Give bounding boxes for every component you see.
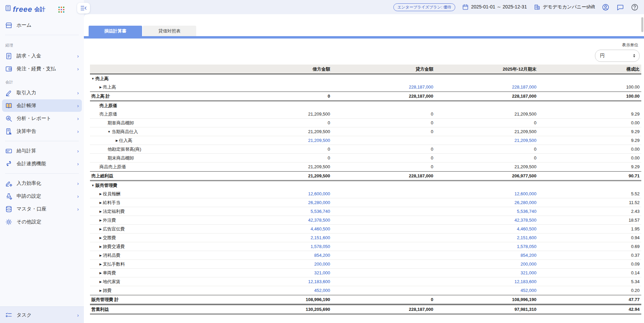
book-icon <box>5 102 13 109</box>
sidebar-item-tasks[interactable]: タスク <box>0 306 84 323</box>
plan-badge[interactable]: エンタープライズプラン: 優待 <box>393 3 455 11</box>
row-account-cell: ▼当期商品仕入 <box>90 129 229 135</box>
row-account-cell: 商品売上原価 <box>90 164 229 170</box>
cell-period-end[interactable]: 12,183,600 <box>435 279 538 284</box>
cell-debit-amount[interactable]: 1,578,050 <box>229 244 332 249</box>
cell-period-end[interactable]: 2,151,600 <box>435 235 538 240</box>
row-account-cell: 売上総利益 <box>90 173 229 179</box>
table-row: 期首商品棚卸0000.00 <box>90 119 641 127</box>
cell-debit-amount[interactable]: 42,378,500 <box>229 218 332 223</box>
collapse-toggle-icon[interactable]: ▼ <box>91 77 94 80</box>
sidebar-item-analysis[interactable]: 分析・レポート <box>2 112 82 125</box>
expand-toggle-icon[interactable]: ▶ <box>99 227 102 231</box>
cell-period-end: 108,996,190 <box>435 297 538 302</box>
account-name: 他勘定振替高(商) <box>108 146 141 152</box>
cell-debit-amount: 0 <box>229 120 332 125</box>
user-menu-button[interactable] <box>602 3 610 11</box>
cell-ratio: 5.52 <box>538 191 641 196</box>
cell-debit-amount[interactable]: 26,280,000 <box>229 200 332 205</box>
cell-period-end[interactable]: 21,209,500 <box>435 138 538 143</box>
expand-toggle-icon[interactable]: ▶ <box>99 245 102 248</box>
freee-logo[interactable]: freee 会計 <box>5 5 45 14</box>
sidebar-item-label: 発注・経費・支払 <box>17 66 56 72</box>
table-row: ▶法定福利費5,536,7405,536,7402.43 <box>90 207 641 216</box>
expand-toggle-icon[interactable]: ▶ <box>99 85 102 89</box>
sidebar-item-label: 請求・入金 <box>17 53 41 59</box>
expand-toggle-icon[interactable]: ▶ <box>99 219 102 222</box>
cell-period-end[interactable]: 1,578,050 <box>435 244 538 249</box>
sidebar-item-efficiency[interactable]: 入力効率化 <box>2 177 82 190</box>
scrollbar-thumb[interactable] <box>641 17 643 32</box>
sidebar-collapse-button[interactable] <box>77 3 90 14</box>
cell-period-end[interactable]: 452,000 <box>435 288 538 293</box>
cell-debit-amount[interactable]: 12,600,000 <box>229 191 332 196</box>
cell-debit-amount[interactable]: 321,000 <box>229 270 332 275</box>
expand-toggle-icon[interactable]: ▶ <box>99 263 102 266</box>
table-row: 営業利益130,205,690228,187,00097,981,31042.9… <box>90 305 641 315</box>
expand-toggle-icon[interactable]: ▶ <box>99 254 102 257</box>
expand-toggle-icon[interactable]: ▶ <box>99 236 102 240</box>
cell-debit-amount[interactable]: 5,536,740 <box>229 209 332 214</box>
account-name: 売上原価 <box>99 103 117 109</box>
expand-toggle-icon[interactable]: ▶ <box>99 201 102 204</box>
cell-period-end[interactable]: 42,378,500 <box>435 218 538 223</box>
expand-toggle-icon[interactable]: ▶ <box>99 192 102 196</box>
cell-ratio: 0.00 <box>538 155 641 160</box>
collapse-toggle-icon[interactable]: ▼ <box>108 130 111 133</box>
expand-toggle-icon[interactable]: ▶ <box>99 210 102 213</box>
cell-debit-amount[interactable]: 2,151,600 <box>229 235 332 240</box>
sidebar-item-integration[interactable]: 会計連携機能 <box>2 157 82 170</box>
sidebar-item-expense[interactable]: 発注・経費・支払 <box>2 63 82 75</box>
sidebar-item-book[interactable]: 会計帳簿 <box>2 99 82 112</box>
expand-toggle-icon[interactable]: ▶ <box>116 139 118 142</box>
cell-period-end[interactable]: 4,460,500 <box>435 226 538 231</box>
cell-debit-amount[interactable]: 452,000 <box>229 288 332 293</box>
cell-period-end[interactable]: 321,000 <box>435 270 538 275</box>
cell-debit-amount[interactable]: 200,000 <box>229 262 332 267</box>
home-icon <box>5 22 13 29</box>
cell-period-end[interactable]: 5,536,740 <box>435 209 538 214</box>
tab-profit-loss-statement[interactable]: 損益計算書 <box>89 26 142 36</box>
apps-grid-icon[interactable] <box>58 6 65 13</box>
expand-toggle-icon[interactable]: ▶ <box>99 280 102 283</box>
cell-period-end[interactable]: 26,280,000 <box>435 200 538 205</box>
cell-debit-amount[interactable]: 4,460,500 <box>229 226 332 231</box>
collapse-toggle-icon[interactable]: ▼ <box>91 184 94 187</box>
row-account-cell: 売上高 計 <box>90 93 229 99</box>
table-header-row: 借方金額貸方金額2025年-12月期末構成比 <box>90 65 641 74</box>
sidebar-item-approval[interactable]: 申請の設定 <box>2 190 82 202</box>
chat-button[interactable] <box>616 3 624 11</box>
tab-balance-sheet[interactable]: 貸借対照表 <box>143 26 196 36</box>
sidebar-item-home[interactable]: ホーム <box>2 19 82 31</box>
account-name: 売上高 <box>95 76 109 82</box>
sidebar-item-master[interactable]: マスタ・口座 <box>2 203 82 215</box>
sidebar-item-settings[interactable]: その他設定 <box>2 216 82 228</box>
cell-ratio: 9.29 <box>538 164 641 169</box>
table-row: ▶旅費交通費1,578,0501,578,0500.69 <box>90 242 641 251</box>
cell-credit-amount[interactable]: 228,187,000 <box>332 84 435 90</box>
sidebar-item-pen[interactable]: 取引入力 <box>2 86 82 99</box>
sidebar-item-tax[interactable]: 決算申告 <box>2 125 82 138</box>
cell-debit-amount[interactable]: 854,200 <box>229 253 332 258</box>
expand-toggle-icon[interactable]: ▶ <box>99 271 102 275</box>
account-name: 期末商品棚卸 <box>108 155 134 161</box>
table-row: ▶給料手当26,280,00026,280,00011.52 <box>90 198 641 207</box>
table-row: ▼販売管理費 <box>90 181 641 190</box>
cell-period-end[interactable]: 12,600,000 <box>435 191 538 196</box>
expense-icon <box>5 65 13 73</box>
cell-debit-amount[interactable]: 12,183,600 <box>229 279 332 284</box>
expand-toggle-icon[interactable]: ▶ <box>99 289 102 292</box>
logo-suffix: 会計 <box>34 6 45 13</box>
cell-period-end[interactable]: 228,187,000 <box>435 84 538 90</box>
cell-credit-amount: 0 <box>332 155 435 160</box>
cell-period-end[interactable]: 200,000 <box>435 262 538 267</box>
display-unit-select[interactable]: 円 <box>595 50 640 62</box>
cell-period-end[interactable]: 854,200 <box>435 253 538 258</box>
sidebar-item-payroll[interactable]: 給与計算 <box>2 145 82 157</box>
sidebar-item-invoice[interactable]: 請求・入金 <box>2 50 82 62</box>
company-selector[interactable]: デモデモカンパニーshift <box>534 4 595 10</box>
cell-debit-amount: 21,209,500 <box>229 164 332 169</box>
date-range-picker[interactable]: 2025-01-01 ～ 2025-12-31 <box>462 4 527 10</box>
cell-debit-amount[interactable]: 21,209,500 <box>229 138 332 143</box>
help-button[interactable] <box>631 3 639 11</box>
